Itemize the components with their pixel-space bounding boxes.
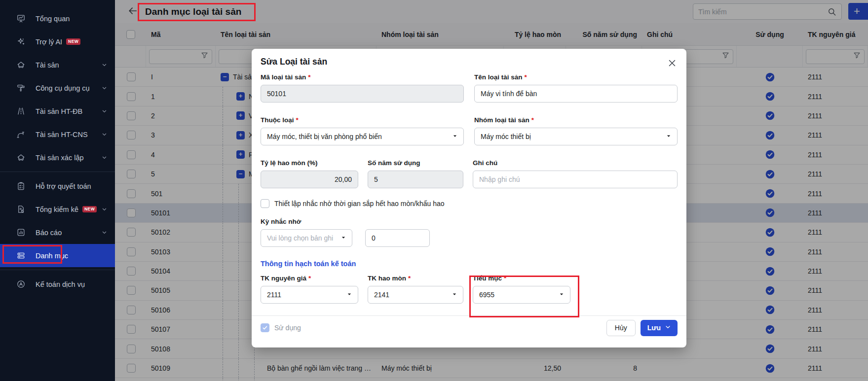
- so-nam-label: Số năm sử dụng: [368, 159, 463, 167]
- tk-hao-mon-label: TK hao mòn*: [368, 275, 463, 282]
- pipe-icon: [15, 130, 27, 139]
- new-badge: NEW: [66, 38, 80, 45]
- ty-le-label: Tỷ lệ hao mòn (%): [261, 159, 358, 167]
- sidebar-item-trợ-lý-ai[interactable]: Trợ lý AINEW: [0, 30, 115, 53]
- sidebar-item-label: Tài sản HT-CNS: [36, 131, 88, 139]
- save-button[interactable]: Lưu: [641, 320, 678, 336]
- road-icon: [15, 106, 27, 116]
- reminder-checkbox[interactable]: [261, 199, 269, 208]
- sidebar-item-kế-toán-dịch-vụ[interactable]: Kế toán dịch vụ: [0, 273, 115, 296]
- nhom-loai-select[interactable]: Máy móc thiết bị: [474, 128, 678, 145]
- service-icon: [15, 279, 27, 289]
- sidebar-item-label: Danh mục: [36, 252, 68, 260]
- ghi-chu-label: Ghi chú: [473, 159, 678, 167]
- report-icon: [15, 228, 27, 237]
- so-nam-input[interactable]: [368, 171, 463, 188]
- chevron-down-icon: [101, 229, 108, 236]
- su-dung-label: Sử dụng: [274, 324, 301, 332]
- sidebar-item-label: Trợ lý AI: [36, 38, 62, 46]
- tieu-muc-label: Tiểu mục*: [473, 275, 570, 282]
- sidebar-item-tổng-quan[interactable]: Tổng quan: [0, 7, 115, 30]
- sparkle-icon: [15, 37, 27, 46]
- main-content: Danh mục loại tài sản + Mã Tên loại tài …: [115, 0, 868, 381]
- dashboard-icon: [15, 14, 27, 23]
- ky-nhac-nho-select[interactable]: Vui lòng chọn bản ghi: [261, 229, 352, 247]
- chevron-down-icon: [101, 61, 108, 69]
- tieu-muc-select[interactable]: 6955: [473, 286, 570, 304]
- tk-hao-mon-select[interactable]: 2141: [368, 286, 463, 304]
- sidebar-item-label: Báo cáo: [36, 229, 62, 237]
- category-icon: [15, 251, 27, 260]
- ten-loai-input[interactable]: [474, 85, 678, 103]
- roller-icon: [15, 83, 27, 93]
- edit-asset-type-modal: Sửa Loại tài sản Mã loại tài sản* Tên lo…: [252, 49, 686, 347]
- close-icon[interactable]: [667, 58, 678, 69]
- sidebar-item-công-cụ-dụng-cụ[interactable]: Công cụ dụng cụ: [0, 76, 115, 100]
- chevron-down-icon: [665, 133, 672, 141]
- asset-icon: [15, 153, 27, 162]
- thuoc-loai-label: Thuộc loại*: [261, 116, 464, 124]
- clipboard-icon: [15, 181, 27, 191]
- chevron-down-icon: [664, 323, 672, 332]
- ma-loai-input[interactable]: [261, 85, 464, 103]
- doc-check-icon: [15, 205, 27, 214]
- reminder-label: Thiết lập nhắc nhở thời gian sắp hết hao…: [274, 200, 444, 208]
- ten-loai-label: Tên loại tài sản*: [474, 73, 678, 81]
- chevron-down-icon: [101, 206, 108, 213]
- ky-nhac-nho-value-input[interactable]: [365, 229, 430, 247]
- chevron-down-icon: [101, 131, 108, 138]
- ma-loai-label: Mã loại tài sản*: [261, 73, 464, 81]
- sidebar-item-label: Công cụ dụng cụ: [36, 84, 90, 92]
- sidebar-item-label: Tài sản xác lập: [36, 154, 84, 162]
- ky-nhac-nho-label: Kỳ nhắc nhở: [261, 218, 678, 225]
- chevron-down-icon: [101, 154, 108, 161]
- sidebar: Tổng quanTrợ lý AINEWTài sảnCông cụ dụng…: [0, 0, 115, 381]
- sidebar-item-label: Kế toán dịch vụ: [36, 280, 85, 288]
- chevron-down-icon: [558, 291, 565, 299]
- tk-nguyen-gia-select[interactable]: 2111: [261, 286, 358, 304]
- app-window: Tổng quanTrợ lý AINEWTài sảnCông cụ dụng…: [0, 0, 868, 381]
- sidebar-item-tổng-kiểm-kê[interactable]: Tổng kiểm kêNEW: [0, 198, 115, 221]
- sidebar-item-label: Tài sản HT-ĐB: [36, 107, 82, 115]
- chevron-down-icon: [346, 291, 353, 299]
- sidebar-divider: [0, 172, 115, 172]
- chevron-down-icon: [101, 84, 108, 92]
- sidebar-divider: [0, 270, 115, 270]
- thuoc-loai-select[interactable]: Máy móc, thiết bị văn phòng phổ biến: [261, 128, 464, 145]
- sidebar-item-label: Tổng quan: [36, 15, 70, 23]
- sidebar-item-tài-sản-ht-đb[interactable]: Tài sản HT-ĐB: [0, 100, 115, 123]
- sidebar-item-label: Tài sản: [36, 61, 59, 69]
- sidebar-item-danh-mục[interactable]: Danh mục: [0, 244, 115, 267]
- modal-title: Sửa Loại tài sản: [261, 57, 327, 67]
- sidebar-item-báo-cáo[interactable]: Báo cáo: [0, 221, 115, 244]
- new-badge: NEW: [82, 206, 97, 212]
- nhom-loai-label: Nhóm loại tài sản*: [474, 116, 678, 124]
- sidebar-item-hỗ-trợ-quyết-toán[interactable]: Hỗ trợ quyết toán: [0, 174, 115, 198]
- ty-le-input[interactable]: [261, 171, 358, 188]
- chevron-down-icon: [452, 133, 458, 141]
- chevron-down-icon: [101, 107, 108, 115]
- sidebar-item-label: Tổng kiểm kê: [36, 206, 78, 213]
- sidebar-item-label: Hỗ trợ quyết toán: [36, 182, 91, 190]
- chevron-down-icon: [340, 234, 347, 242]
- chevron-down-icon: [451, 291, 458, 299]
- sidebar-item-tài-sản[interactable]: Tài sản: [0, 53, 115, 76]
- cancel-button[interactable]: Hủy: [606, 320, 636, 336]
- tk-nguyen-gia-label: TK nguyên giá*: [261, 275, 358, 282]
- su-dung-checkbox[interactable]: [261, 323, 269, 332]
- asset-icon: [15, 60, 27, 69]
- sidebar-item-tài-sản-xác-lập[interactable]: Tài sản xác lập: [0, 146, 115, 169]
- ghi-chu-input[interactable]: [473, 171, 678, 188]
- accounting-section-title: Thông tin hạch toán kế toán: [261, 260, 678, 268]
- sidebar-menu: Tổng quanTrợ lý AINEWTài sảnCông cụ dụng…: [0, 7, 115, 296]
- sidebar-item-tài-sản-ht-cns[interactable]: Tài sản HT-CNS: [0, 123, 115, 146]
